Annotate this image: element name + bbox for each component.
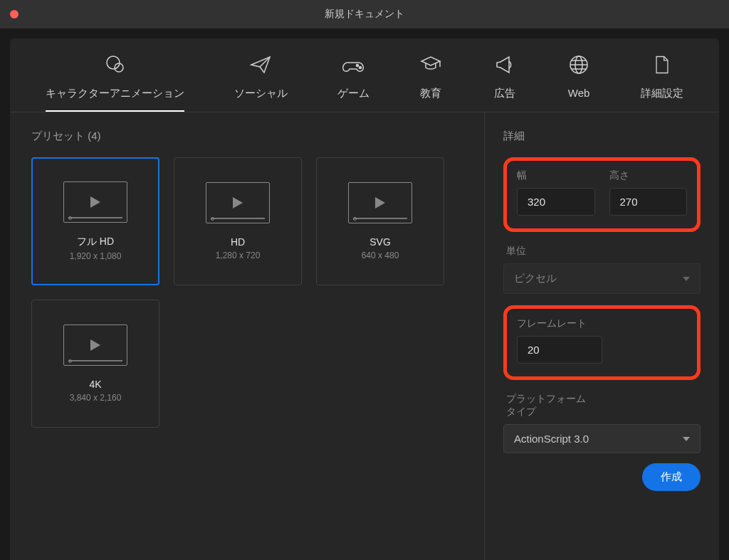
platform-value: ActionScript 3.0: [514, 433, 589, 445]
tab-education[interactable]: 教育: [419, 53, 443, 112]
details-heading: 詳細: [503, 130, 701, 143]
tab-social[interactable]: ソーシャル: [234, 53, 288, 112]
preset-name: フル HD: [77, 236, 114, 248]
new-document-dialog: キャラクターアニメーション ソーシャル ゲーム 教育 広告: [10, 38, 719, 560]
preset-dimensions: 640 x 480: [362, 250, 399, 260]
character-animation-icon: [103, 53, 127, 77]
tab-label: 広告: [494, 87, 515, 100]
platform-select[interactable]: ActionScript 3.0: [503, 424, 701, 453]
tab-label: 詳細設定: [641, 87, 683, 100]
tab-label: Web: [568, 87, 590, 99]
units-select: ピクセル: [503, 263, 701, 294]
category-tabs: キャラクターアニメーション ソーシャル ゲーム 教育 広告: [10, 38, 719, 112]
presets-grid: フル HD 1,920 x 1,080 HD 1,280 x 720 SVG 6…: [31, 157, 467, 428]
preset-dimensions: 1,280 x 720: [216, 250, 261, 260]
preset-name: SVG: [369, 236, 391, 248]
window-title: 新規ドキュメント: [0, 8, 729, 21]
close-icon[interactable]: [10, 10, 19, 19]
video-thumb-icon: [206, 182, 270, 223]
tab-label: 教育: [420, 87, 441, 100]
preset-name: 4K: [89, 379, 101, 390]
tab-label: ゲーム: [337, 87, 369, 100]
chevron-down-icon: [683, 437, 690, 441]
preset-4k[interactable]: 4K 3,840 x 2,160: [31, 300, 159, 428]
graduation-cap-icon: [419, 53, 443, 77]
height-input[interactable]: [609, 188, 688, 216]
tab-label: ソーシャル: [234, 87, 288, 100]
width-label: 幅: [517, 169, 595, 182]
video-thumb-icon: [348, 182, 412, 223]
tab-game[interactable]: ゲーム: [337, 53, 369, 112]
platform-label: プラットフォームタイプ: [506, 393, 592, 418]
preset-name: HD: [231, 236, 245, 248]
chevron-down-icon: [683, 277, 690, 281]
framerate-input[interactable]: [517, 336, 602, 364]
tab-advanced[interactable]: 詳細設定: [641, 53, 683, 112]
preset-full-hd[interactable]: フル HD 1,920 x 1,080: [31, 157, 159, 285]
globe-icon: [567, 53, 591, 77]
dialog-content: プリセット (4) フル HD 1,920 x 1,080 HD 1,280 x…: [10, 112, 719, 560]
units-label: 単位: [506, 245, 701, 258]
dimensions-highlight: 幅 高さ: [503, 157, 701, 232]
tab-character-animation[interactable]: キャラクターアニメーション: [46, 53, 184, 112]
units-value: ピクセル: [514, 272, 557, 285]
presets-heading: プリセット (4): [31, 130, 467, 143]
tab-web[interactable]: Web: [567, 53, 591, 112]
preset-svg[interactable]: SVG 640 x 480: [316, 157, 444, 285]
titlebar: 新規ドキュメント: [0, 0, 729, 28]
width-input[interactable]: [517, 188, 595, 216]
preset-dimensions: 1,920 x 1,080: [70, 251, 122, 261]
details-panel: 詳細 幅 高さ 単位 ピクセル フレー: [484, 112, 719, 560]
paper-plane-icon: [248, 53, 273, 77]
svg-point-3: [360, 67, 362, 69]
framerate-label: フレームレート: [517, 317, 595, 330]
video-thumb-icon: [63, 181, 127, 223]
gamepad-icon: [341, 53, 365, 77]
presets-panel: プリセット (4) フル HD 1,920 x 1,080 HD 1,280 x…: [10, 112, 484, 560]
video-thumb-icon: [63, 324, 127, 366]
tab-ads[interactable]: 広告: [493, 53, 517, 112]
tab-label: キャラクターアニメーション: [46, 87, 184, 100]
height-label: 高さ: [609, 169, 688, 182]
document-icon: [650, 53, 674, 77]
preset-hd[interactable]: HD 1,280 x 720: [174, 157, 302, 285]
megaphone-icon: [493, 53, 517, 77]
svg-point-0: [107, 56, 120, 69]
framerate-highlight: フレームレート: [503, 305, 701, 380]
create-button[interactable]: 作成: [642, 463, 701, 491]
preset-dimensions: 3,840 x 2,160: [70, 393, 122, 403]
svg-point-2: [357, 65, 359, 67]
